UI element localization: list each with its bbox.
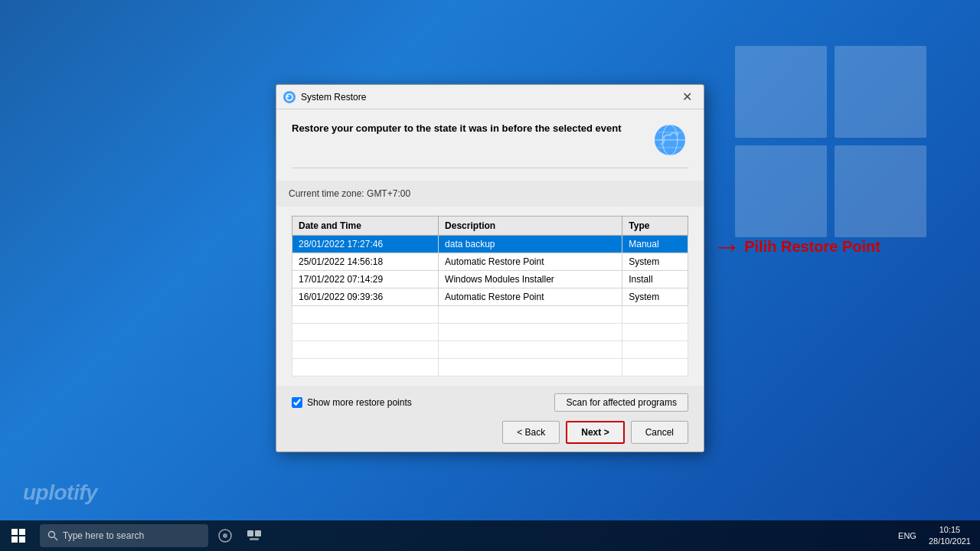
cell-date: 17/01/2022 07:14:29 [292, 270, 439, 288]
clock-time: 10:15 [929, 524, 971, 536]
system-restore-dialog: System Restore ✕ Restore your computer t… [276, 84, 704, 452]
table-row-empty [292, 305, 688, 323]
cell-type: System [622, 288, 688, 305]
table-row[interactable]: 17/01/2022 07:14:29 Windows Modules Inst… [292, 270, 688, 288]
svg-rect-8 [247, 530, 253, 536]
cell-type: Manual [622, 235, 688, 253]
cell-description: Windows Modules Installer [439, 270, 622, 288]
clock-date: 28/10/2021 [929, 536, 971, 547]
svg-rect-10 [250, 538, 259, 540]
table-row[interactable]: 16/01/2022 09:39:36 Automatic Restore Po… [292, 288, 688, 305]
table-row-empty [292, 358, 688, 376]
restore-points-table: Date and Time Description Type 28/01/202… [292, 216, 688, 377]
task-view-icon [247, 530, 261, 541]
svg-rect-2 [11, 536, 18, 543]
dialog-title-bar: System Restore ✕ [276, 85, 704, 109]
svg-rect-0 [11, 529, 18, 535]
col-description: Description [439, 216, 622, 235]
dialog-header-text: Restore your computer to the state it wa… [292, 122, 652, 135]
system-restore-icon [283, 90, 296, 103]
search-placeholder: Type here to search [63, 530, 144, 541]
back-button[interactable]: < Back [502, 421, 560, 444]
dialog-bottom: Show more restore points Scan for affect… [276, 386, 704, 452]
svg-rect-1 [19, 529, 25, 535]
dialog-icon [283, 90, 296, 103]
dialog-header: Restore your computer to the state it wa… [292, 122, 688, 168]
scan-affected-programs-button[interactable]: Scan for affected programs [554, 393, 688, 412]
timezone-text: Current time zone: GMT+7:00 [289, 188, 410, 199]
taskbar-search-box[interactable]: Type here to search [40, 524, 208, 547]
dialog-button-row: < Back Next > Cancel [292, 421, 688, 444]
table-row[interactable]: 28/01/2022 17:27:46 data backup Manual [292, 235, 688, 253]
svg-point-4 [49, 532, 55, 538]
svg-point-11 [283, 90, 296, 103]
task-view-button[interactable] [240, 522, 268, 549]
cell-description: Automatic Restore Point [439, 288, 622, 305]
bottom-controls-row: Show more restore points Scan for affect… [292, 393, 688, 412]
search-icon [47, 530, 58, 541]
taskbar-language: ENG [898, 531, 916, 540]
next-button[interactable]: Next > [566, 421, 624, 444]
svg-rect-3 [19, 536, 25, 543]
dialog-body: Restore your computer to the state it wa… [276, 109, 704, 452]
windows-logo-decoration [735, 46, 934, 245]
svg-line-5 [54, 537, 57, 540]
windows-start-icon [11, 529, 25, 543]
table-row-empty [292, 323, 688, 341]
svg-rect-9 [255, 530, 261, 536]
cancel-button[interactable]: Cancel [631, 421, 688, 444]
taskbar-clock: 10:15 28/10/2021 [923, 524, 977, 548]
taskbar-right-area: ENG 10:15 28/10/2021 [898, 520, 980, 551]
cell-type: System [622, 253, 688, 270]
table-row[interactable]: 25/01/2022 14:56:18 Automatic Restore Po… [292, 253, 688, 270]
col-type: Type [622, 216, 688, 235]
taskbar: Type here to search ENG 10:15 28/10/2021 [0, 520, 980, 551]
start-button[interactable] [0, 520, 37, 551]
cell-description: data backup [439, 235, 622, 253]
col-date: Date and Time [292, 216, 439, 235]
cell-description: Automatic Restore Point [439, 253, 622, 270]
timezone-section: Current time zone: GMT+7:00 [276, 181, 704, 207]
dialog-title: System Restore [301, 91, 676, 102]
close-button[interactable]: ✕ [676, 86, 697, 107]
watermark-text: uplotify [23, 481, 97, 505]
cortana-icon [217, 528, 233, 543]
cell-date: 28/01/2022 17:27:46 [292, 235, 439, 253]
cell-type: Install [622, 270, 688, 288]
cell-date: 25/01/2022 14:56:18 [292, 253, 439, 270]
show-more-text: Show more restore points [307, 397, 412, 408]
show-more-label[interactable]: Show more restore points [292, 397, 412, 408]
globe-icon [652, 122, 688, 158]
restore-globe-icon [652, 122, 688, 158]
svg-point-7 [223, 533, 227, 538]
show-more-checkbox[interactable] [292, 397, 302, 408]
cortana-button[interactable] [211, 522, 239, 549]
cell-date: 16/01/2022 09:39:36 [292, 288, 439, 305]
table-row-empty [292, 341, 688, 358]
